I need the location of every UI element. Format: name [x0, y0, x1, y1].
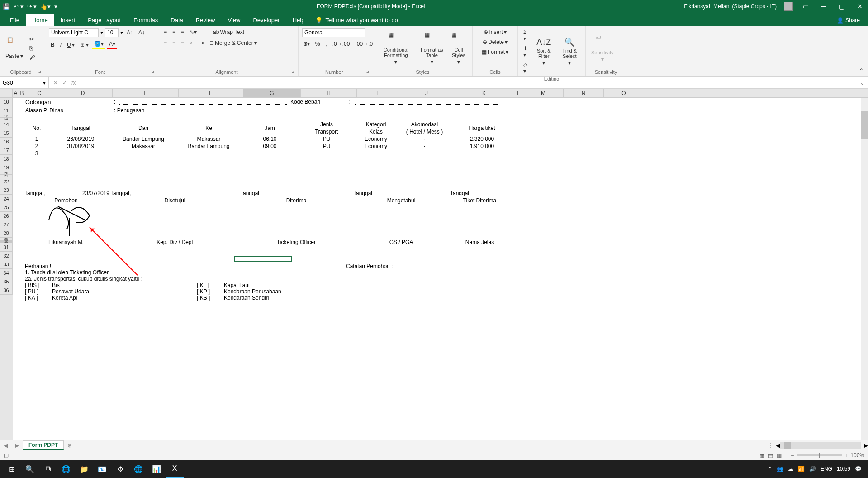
tray-time[interactable]: 10:59: [837, 466, 850, 472]
user-avatar[interactable]: [784, 2, 793, 11]
tab-formulas[interactable]: Formulas: [127, 14, 164, 26]
undo-icon[interactable]: ↶ ▾: [14, 3, 24, 10]
align-center-icon[interactable]: ≡: [171, 39, 177, 47]
conditional-formatting-button[interactable]: ▦Conditional Formatting▾: [377, 31, 415, 66]
cancel-formula-icon[interactable]: ✕: [53, 80, 58, 86]
col-A[interactable]: A: [13, 89, 19, 97]
delete-cells-button[interactable]: ⊖ Delete ▾: [481, 38, 509, 46]
qat-more-icon[interactable]: ▾: [54, 3, 57, 10]
row-headers[interactable]: 10 11 12 13 14 15 16 17 18 19 20 21 22 2…: [0, 98, 13, 440]
worksheet[interactable]: A B C D E F G H I J K L M N O 10 11 12: [0, 89, 868, 440]
app-icon[interactable]: 🌐: [129, 460, 147, 478]
vertical-scrollbar[interactable]: [861, 98, 868, 440]
cell-styles-button[interactable]: ▦Cell Styles▾: [449, 31, 469, 66]
fill-color-icon[interactable]: 🪣▾: [92, 40, 105, 49]
align-top-icon[interactable]: ≡: [162, 28, 169, 36]
minimize-icon[interactable]: ─: [819, 3, 829, 10]
alignment-launcher-icon[interactable]: ◢: [291, 69, 294, 74]
align-middle-icon[interactable]: ≡: [171, 28, 177, 36]
col-G[interactable]: G: [243, 89, 301, 97]
sort-filter-button[interactable]: A↓ZSort & Filter▾: [533, 37, 555, 67]
tray-people-icon[interactable]: 👥: [777, 466, 783, 472]
find-select-button[interactable]: 🔍Find & Select▾: [557, 36, 582, 67]
record-macro-icon[interactable]: ▢: [4, 452, 9, 459]
zoom-in-icon[interactable]: +: [844, 452, 848, 459]
bold-button[interactable]: B: [49, 41, 57, 49]
ribbon-display-icon[interactable]: ▭: [800, 3, 811, 10]
name-box[interactable]: G30▾: [0, 77, 49, 88]
tab-data[interactable]: Data: [164, 14, 189, 26]
share-button[interactable]: 👤Share: [832, 14, 864, 26]
tray-up-icon[interactable]: ⌃: [768, 466, 772, 472]
col-E[interactable]: E: [113, 89, 179, 97]
app-icon[interactable]: 🌐: [57, 460, 75, 478]
sheet-nav-next-icon[interactable]: ▶: [11, 442, 23, 449]
tab-file[interactable]: File: [4, 14, 26, 26]
col-O[interactable]: O: [604, 89, 644, 97]
paste-button[interactable]: Paste ▾: [4, 52, 25, 60]
decrease-decimal-icon[interactable]: .00→.0: [353, 40, 375, 48]
font-launcher-icon[interactable]: ◢: [151, 69, 154, 74]
number-launcher-icon[interactable]: ◢: [366, 69, 369, 74]
fx-icon[interactable]: fx: [71, 80, 76, 86]
redo-icon[interactable]: ↷ ▾: [27, 3, 37, 10]
page-layout-view-icon[interactable]: ▤: [768, 452, 773, 459]
tray-notification-icon[interactable]: 💬: [855, 466, 862, 472]
enter-formula-icon[interactable]: ✓: [62, 80, 67, 86]
col-F[interactable]: F: [179, 89, 243, 97]
border-icon[interactable]: ⊞ ▾: [78, 41, 90, 49]
format-painter-icon[interactable]: 🖌: [28, 53, 37, 62]
format-cells-button[interactable]: ▦ Format ▾: [480, 48, 510, 56]
task-view-icon[interactable]: ⧉: [39, 460, 57, 478]
horizontal-scrollbar[interactable]: [780, 442, 861, 449]
increase-decimal-icon[interactable]: .0→.00: [331, 40, 352, 48]
align-left-icon[interactable]: ≡: [162, 39, 169, 47]
tab-review[interactable]: Review: [190, 14, 222, 26]
italic-button[interactable]: I: [58, 41, 63, 49]
comma-icon[interactable]: ,: [323, 40, 328, 48]
col-N[interactable]: N: [564, 89, 604, 97]
col-L[interactable]: L: [514, 89, 523, 97]
paste-icon[interactable]: 📋: [7, 37, 21, 51]
app-icon[interactable]: 📁: [75, 460, 93, 478]
touch-icon[interactable]: 👆▾: [40, 3, 51, 10]
col-D[interactable]: D: [53, 89, 113, 97]
app-icon[interactable]: ⚙: [111, 460, 129, 478]
wrap-text-button[interactable]: ab Wrap Text: [211, 28, 246, 36]
sensitivity-button[interactable]: 🏷Sensitivity▾: [589, 33, 616, 63]
close-icon[interactable]: ✕: [854, 3, 865, 10]
zoom-slider[interactable]: [797, 454, 842, 456]
page-break-view-icon[interactable]: ▥: [777, 452, 782, 459]
col-J[interactable]: J: [399, 89, 454, 97]
excel-icon[interactable]: X: [166, 460, 184, 478]
hscroll-left-icon[interactable]: ◀: [776, 442, 780, 449]
format-as-table-button[interactable]: ▦Format as Table▾: [418, 31, 446, 66]
hscroll-right-icon[interactable]: ▶: [864, 442, 868, 449]
tab-insert[interactable]: Insert: [54, 14, 82, 26]
tray-wifi-icon[interactable]: 📶: [798, 466, 805, 472]
sheet-tab-active[interactable]: Form PDPT: [23, 440, 64, 450]
font-color-icon[interactable]: A▾: [107, 40, 117, 49]
tell-me[interactable]: 💡Tell me what you want to do: [311, 14, 402, 26]
decrease-indent-icon[interactable]: ⇤: [188, 39, 196, 47]
col-B[interactable]: B: [19, 89, 25, 97]
tray-cloud-icon[interactable]: ☁: [788, 466, 793, 472]
normal-view-icon[interactable]: ▦: [759, 452, 764, 459]
tab-view[interactable]: View: [221, 14, 247, 26]
zoom-out-icon[interactable]: −: [791, 452, 794, 459]
select-all-corner[interactable]: [0, 89, 13, 98]
cut-icon[interactable]: ✂: [28, 35, 37, 43]
col-I[interactable]: I: [357, 89, 399, 97]
underline-button[interactable]: U ▾: [65, 41, 76, 49]
fill-icon[interactable]: ⬇ ▾: [522, 44, 530, 59]
save-icon[interactable]: 💾: [3, 3, 10, 10]
add-sheet-icon[interactable]: ⊕: [64, 442, 76, 449]
tray-volume-icon[interactable]: 🔊: [809, 466, 816, 472]
increase-indent-icon[interactable]: ⇥: [198, 39, 206, 47]
search-icon[interactable]: 🔍: [21, 460, 39, 478]
percent-icon[interactable]: %: [313, 40, 322, 48]
sheet-nav-prev-icon[interactable]: ◀: [0, 442, 11, 449]
col-M[interactable]: M: [523, 89, 564, 97]
zoom-level[interactable]: 100%: [850, 452, 864, 459]
start-button[interactable]: ⊞: [3, 460, 21, 478]
